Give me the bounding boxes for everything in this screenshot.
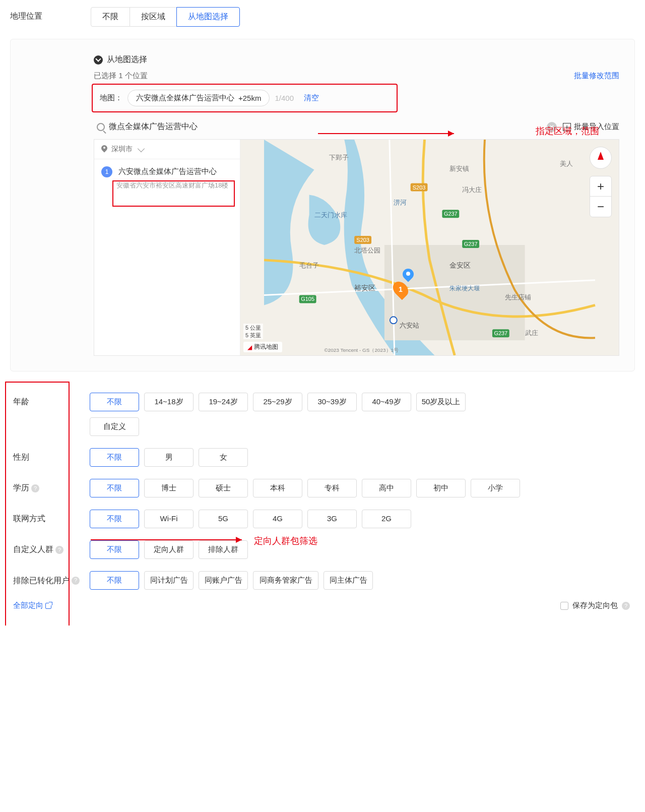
- svg-text:先生店铺: 先生店铺: [505, 293, 531, 301]
- city-name: 深圳市: [111, 145, 133, 154]
- gender-label: 性别: [10, 452, 81, 463]
- net-opt-2g[interactable]: 2G: [362, 510, 411, 528]
- result-title: 六安微点全媒体广告运营中心: [118, 167, 217, 175]
- location-search-input[interactable]: 微点全媒体广告运营中心: [94, 119, 541, 134]
- external-link-icon: [45, 603, 51, 609]
- search-icon: [97, 123, 105, 131]
- exclude-converted-label: 排除已转化用户?: [10, 575, 81, 587]
- zoom-out-button[interactable]: −: [590, 197, 611, 217]
- map-svg: 下郢子 新安镇 美人 冯大庄 二天门水库 淠河 毛台子 北塔公园 金安区 裕安区…: [240, 140, 619, 355]
- excl-opt-unlimited[interactable]: 不限: [90, 571, 139, 590]
- svg-text:金安区: 金安区: [449, 261, 471, 269]
- svg-text:六安站: 六安站: [400, 322, 419, 329]
- batch-edit-range-link[interactable]: 批量修改范围: [574, 71, 619, 81]
- gender-opt-unlimited[interactable]: 不限: [90, 448, 139, 467]
- geo-label: 地理位置: [10, 7, 91, 22]
- help-icon[interactable]: ?: [72, 577, 80, 585]
- map-marker-1[interactable]: 1: [394, 281, 407, 298]
- svg-text:G237: G237: [444, 211, 458, 217]
- custom-crowd-label: 自定义人群?: [10, 544, 81, 555]
- edu-opt-phd[interactable]: 博士: [144, 479, 194, 497]
- crowd-opt-unlimited[interactable]: 不限: [90, 540, 139, 559]
- svg-text:裕安区: 裕安区: [354, 284, 375, 292]
- pin-icon: [101, 145, 107, 153]
- result-address: 安徽省六安市裕安区高速财富广场18楼: [116, 180, 233, 191]
- map-area: 深圳市 1 六安微点全媒体广告运营中心 安徽省六安市裕安区高速财富广场18楼: [94, 139, 619, 356]
- excl-opt-entity[interactable]: 同主体广告: [324, 571, 373, 590]
- gender-opt-male[interactable]: 男: [144, 448, 194, 467]
- age-opt-25-29[interactable]: 25~29岁: [253, 393, 302, 411]
- net-opt-5g[interactable]: 5G: [199, 510, 248, 528]
- checkbox-icon: [560, 602, 568, 610]
- excl-opt-business[interactable]: 同商务管家广告: [253, 571, 318, 590]
- geo-tab-map[interactable]: 从地图选择: [176, 7, 240, 27]
- age-opt-19-24[interactable]: 19~24岁: [199, 393, 248, 411]
- net-opt-3g[interactable]: 3G: [307, 510, 357, 528]
- selected-location-chip[interactable]: 六安微点全媒体广告运营中心 +25km: [127, 90, 270, 106]
- zoom-in-button[interactable]: +: [590, 176, 611, 197]
- chip-name: 六安微点全媒体广告运营中心: [136, 93, 234, 103]
- crowd-opt-include[interactable]: 定向人群: [144, 540, 194, 559]
- svg-text:新安镇: 新安镇: [449, 165, 469, 172]
- save-as-pack-checkbox[interactable]: 保存为定向包 ?: [560, 601, 630, 610]
- help-icon[interactable]: ?: [31, 484, 39, 492]
- search-value: 微点全媒体广告运营中心: [109, 121, 198, 132]
- svg-text:冯大庄: 冯大庄: [462, 186, 482, 194]
- net-opt-4g[interactable]: 4G: [253, 510, 302, 528]
- edu-opt-unlimited[interactable]: 不限: [90, 479, 139, 497]
- geo-tab-region[interactable]: 按区域: [130, 7, 177, 27]
- excl-opt-plan[interactable]: 同计划广告: [144, 571, 194, 590]
- svg-text:G105: G105: [301, 296, 314, 302]
- all-targeting-link[interactable]: 全部定向: [13, 601, 51, 610]
- edu-opt-primary[interactable]: 小学: [471, 479, 520, 497]
- map-select-panel: 从地图选择 已选择 1 个位置 批量修改范围 地图： 六安微点全媒体广告运营中心…: [10, 39, 635, 371]
- svg-text:S203: S203: [413, 184, 426, 191]
- net-opt-wifi[interactable]: Wi-Fi: [144, 510, 194, 528]
- zoom-control: + −: [590, 176, 612, 217]
- age-opt-custom[interactable]: 自定义: [90, 417, 139, 436]
- geo-tab-unlimited[interactable]: 不限: [91, 7, 130, 27]
- gender-opt-female[interactable]: 女: [199, 448, 248, 467]
- map-canvas[interactable]: 下郢子 新安镇 美人 冯大庄 二天门水库 淠河 毛台子 北塔公园 金安区 裕安区…: [240, 140, 619, 355]
- svg-text:二天门水库: 二天门水库: [314, 211, 347, 219]
- edu-opt-junior[interactable]: 初中: [416, 479, 466, 497]
- chip-radius: +25km: [238, 94, 261, 102]
- help-icon[interactable]: ?: [55, 546, 63, 554]
- edu-opt-master[interactable]: 硕士: [199, 479, 248, 497]
- svg-text:S203: S203: [356, 237, 369, 243]
- targeting-options: 年龄 不限 14~18岁 19~24岁 25~29岁 30~39岁 40~49岁…: [0, 387, 645, 626]
- svg-point-30: [390, 317, 397, 324]
- collapse-icon[interactable]: [94, 55, 103, 65]
- help-icon[interactable]: ?: [622, 602, 630, 610]
- map-panel-title: 从地图选择: [107, 54, 147, 65]
- net-opt-unlimited[interactable]: 不限: [90, 510, 139, 528]
- edu-opt-college[interactable]: 专科: [307, 479, 357, 497]
- crowd-opt-exclude[interactable]: 排除人群: [199, 540, 248, 559]
- city-selector[interactable]: 深圳市: [94, 140, 240, 159]
- clear-locations-link[interactable]: 清空: [304, 93, 319, 103]
- svg-text:淠河: 淠河: [394, 199, 407, 206]
- result-number-badge: 1: [101, 166, 112, 177]
- svg-text:朱家埂大堰: 朱家埂大堰: [449, 285, 480, 292]
- svg-text:武庄: 武庄: [525, 329, 538, 337]
- svg-text:下郢子: 下郢子: [329, 154, 349, 161]
- map-scale: 5 公里 5 英里: [243, 324, 263, 339]
- tencent-map-badge: ◢腾讯地图: [243, 342, 282, 352]
- compass-control[interactable]: [590, 147, 612, 169]
- age-opt-14-18[interactable]: 14~18岁: [144, 393, 194, 411]
- search-result-item[interactable]: 1 六安微点全媒体广告运营中心 安徽省六安市裕安区高速财富广场18楼: [94, 159, 240, 198]
- network-label: 联网方式: [10, 514, 81, 524]
- svg-text:美人: 美人: [560, 160, 573, 167]
- age-opt-50plus[interactable]: 50岁及以上: [416, 393, 466, 411]
- age-opt-40-49[interactable]: 40~49岁: [362, 393, 411, 411]
- edu-label: 学历?: [10, 483, 81, 493]
- svg-text:©2023 Tencent - GS（2023）1号: ©2023 Tencent - GS（2023）1号: [324, 347, 399, 353]
- age-opt-unlimited[interactable]: 不限: [90, 393, 139, 411]
- edu-opt-bachelor[interactable]: 本科: [253, 479, 302, 497]
- age-label: 年龄: [10, 397, 81, 407]
- excl-opt-account[interactable]: 同账户广告: [199, 571, 248, 590]
- svg-text:毛台子: 毛台子: [299, 262, 319, 269]
- edu-opt-high[interactable]: 高中: [362, 479, 411, 497]
- chevron-down-icon: [138, 145, 145, 152]
- age-opt-30-39[interactable]: 30~39岁: [307, 393, 357, 411]
